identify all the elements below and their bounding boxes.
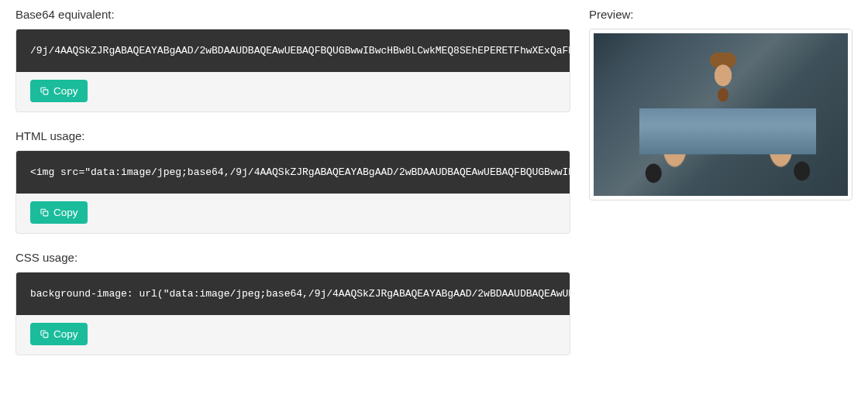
- output-column: Base64 equivalent: /9j/4AAQSkZJRgABAQEAY…: [16, 8, 570, 372]
- copy-css-button[interactable]: Copy: [30, 323, 88, 345]
- html-usage-section: HTML usage: <img src="data:image/jpeg;ba…: [16, 129, 570, 234]
- html-usage-label: HTML usage:: [16, 129, 570, 142]
- css-usage-scroll[interactable]: background-image: url("data:image/jpeg;b…: [16, 272, 570, 315]
- copy-base64-button[interactable]: Copy: [30, 80, 88, 102]
- copy-button-label: Copy: [53, 207, 78, 218]
- html-usage-scroll[interactable]: <img src="data:image/jpeg;base64,/9j/4AA…: [16, 151, 570, 194]
- base64-code[interactable]: /9j/4AAQSkZJRgABAQEAYABgAAD/2wBDAAUDBAQE…: [16, 29, 570, 72]
- html-usage-code[interactable]: <img src="data:image/jpeg;base64,/9j/4AA…: [16, 151, 570, 194]
- copy-icon: [40, 329, 50, 339]
- css-usage-button-row: Copy: [16, 315, 570, 355]
- preview-frame: [589, 29, 852, 200]
- base64-scroll[interactable]: /9j/4AAQSkZJRgABAQEAYABgAAD/2wBDAAUDBAQE…: [16, 29, 570, 72]
- preview-column: Preview:: [589, 8, 852, 372]
- css-usage-section: CSS usage: background-image: url("data:i…: [16, 251, 570, 355]
- svg-rect-0: [43, 90, 48, 94]
- svg-rect-2: [43, 333, 48, 338]
- copy-button-label: Copy: [53, 85, 78, 97]
- html-usage-button-row: Copy: [16, 194, 570, 233]
- css-usage-label: CSS usage:: [16, 251, 570, 264]
- css-usage-code[interactable]: background-image: url("data:image/jpeg;b…: [16, 272, 570, 315]
- preview-label: Preview:: [589, 8, 852, 21]
- preview-image: [594, 33, 848, 196]
- svg-rect-1: [43, 211, 48, 216]
- base64-label: Base64 equivalent:: [16, 8, 570, 21]
- copy-button-label: Copy: [53, 328, 78, 340]
- css-usage-panel: background-image: url("data:image/jpeg;b…: [16, 272, 570, 355]
- copy-icon: [40, 207, 50, 218]
- copy-icon: [40, 86, 50, 96]
- html-usage-panel: <img src="data:image/jpeg;base64,/9j/4AA…: [16, 150, 570, 234]
- copy-html-button[interactable]: Copy: [30, 201, 88, 224]
- base64-button-row: Copy: [16, 72, 570, 111]
- base64-panel: /9j/4AAQSkZJRgABAQEAYABgAAD/2wBDAAUDBAQE…: [16, 29, 570, 112]
- base64-section: Base64 equivalent: /9j/4AAQSkZJRgABAQEAY…: [16, 8, 570, 112]
